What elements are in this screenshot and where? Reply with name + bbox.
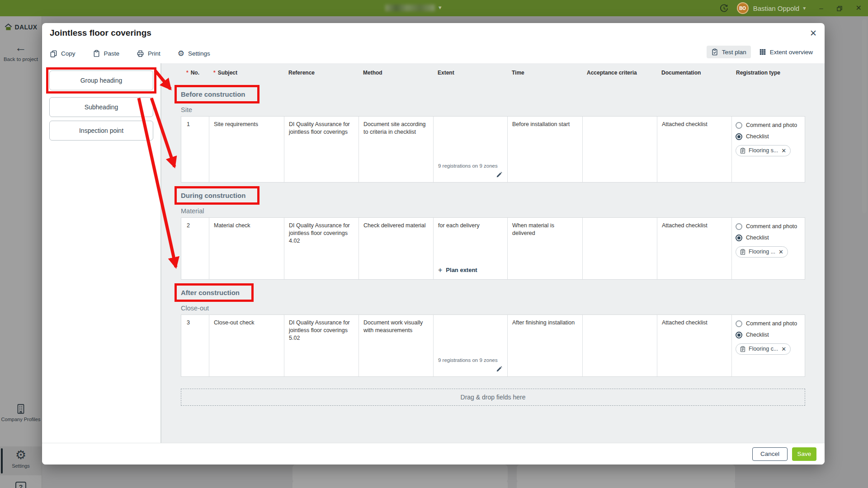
- field-palette: Group heading Subheading Inspection poin…: [42, 63, 160, 443]
- cell-documentation[interactable]: Attached checklist: [657, 315, 732, 376]
- print-button[interactable]: Print: [137, 50, 160, 57]
- drag-drop-zone[interactable]: Drag & drop fields here: [181, 389, 805, 406]
- radio-selected-icon: [736, 235, 742, 241]
- cell-no[interactable]: 3: [181, 315, 209, 376]
- cancel-button[interactable]: Cancel: [752, 447, 788, 461]
- annotation-box-before-construction: Before construction: [175, 85, 259, 103]
- remove-chip-icon[interactable]: ✕: [781, 345, 786, 353]
- cell-method[interactable]: Check delivered material: [359, 218, 434, 279]
- tab-test-plan[interactable]: Test plan: [707, 46, 751, 58]
- settings-label: Settings: [188, 50, 210, 57]
- avatar-initials: BO: [739, 6, 746, 11]
- edit-extent-button[interactable]: [496, 171, 503, 178]
- modal-toolbar: Copy Paste Print ⚙ Settings: [50, 47, 210, 60]
- gear-icon: ⚙: [178, 50, 184, 57]
- table-row: 1 Site requirements DI Quality Assurance…: [181, 116, 805, 183]
- plan-extent-button[interactable]: + Plan extent: [438, 265, 503, 275]
- test-plan-label: Test plan: [722, 49, 746, 56]
- cell-time[interactable]: When material is delivered: [508, 218, 583, 279]
- paste-button[interactable]: Paste: [93, 50, 120, 57]
- cell-reference[interactable]: DI Quality Assurance for jointless floor…: [284, 218, 359, 279]
- remove-chip-icon[interactable]: ✕: [781, 147, 786, 155]
- column-registration-type: Registration type: [731, 70, 805, 78]
- group-heading[interactable]: Before construction: [181, 90, 245, 98]
- checklist-chip[interactable]: Flooring ... ✕: [736, 246, 788, 258]
- palette-inspection-point[interactable]: Inspection point: [49, 121, 153, 141]
- test-plan-table: *No. *Subject Reference Method Extent Ti…: [160, 63, 825, 443]
- cell-no[interactable]: 2: [181, 218, 209, 279]
- radio-icon: [736, 320, 742, 327]
- palette-subheading[interactable]: Subheading: [49, 97, 153, 117]
- minimize-button[interactable]: –: [819, 0, 823, 16]
- paste-label: Paste: [104, 50, 120, 57]
- save-button[interactable]: Save: [792, 447, 816, 461]
- radio-comment-and-photo[interactable]: Comment and photo: [736, 320, 802, 328]
- column-extent: Extent: [433, 70, 507, 78]
- column-time: Time: [507, 70, 582, 78]
- radio-comment-and-photo[interactable]: Comment and photo: [736, 223, 802, 230]
- subheading[interactable]: Close-out: [181, 303, 825, 313]
- cell-extent[interactable]: for each delivery + Plan extent: [434, 218, 508, 279]
- remove-chip-icon[interactable]: ✕: [778, 248, 783, 256]
- cell-extent[interactable]: 9 registrations on 9 zones: [434, 117, 508, 182]
- subheading[interactable]: Site: [181, 105, 825, 115]
- user-menu-chevron-down-icon[interactable]: ▾: [803, 5, 806, 11]
- group-heading[interactable]: During construction: [181, 192, 245, 199]
- cell-documentation[interactable]: Attached checklist: [657, 218, 732, 279]
- print-label: Print: [148, 50, 160, 57]
- cell-reference[interactable]: DI Quality Assurance for jointless floor…: [284, 117, 359, 182]
- pencil-icon: [496, 171, 503, 178]
- clipboard-icon: [740, 249, 745, 255]
- cell-time[interactable]: Before installation start: [508, 117, 583, 182]
- paste-icon: [93, 50, 100, 57]
- edit-extent-button[interactable]: [496, 366, 503, 372]
- annotation-box-after-construction: After construction: [175, 283, 254, 302]
- copy-button[interactable]: Copy: [50, 50, 75, 57]
- modal-title: Jointless floor coverings: [50, 28, 151, 38]
- group-heading[interactable]: After construction: [181, 289, 240, 296]
- grid-icon: [759, 48, 766, 56]
- cell-registration-type: Comment and photo Checklist Flooring c..…: [732, 315, 806, 376]
- column-reference: Reference: [284, 70, 359, 78]
- radio-checklist[interactable]: Checklist: [736, 234, 802, 242]
- cell-documentation[interactable]: Attached checklist: [657, 117, 732, 182]
- cell-acceptance-criteria[interactable]: [583, 117, 657, 182]
- palette-group-heading[interactable]: Group heading: [49, 70, 153, 90]
- app-topbar: ▾ BO Bastian Oppold ▾ – ✕: [0, 0, 868, 16]
- checklist-chip[interactable]: Flooring c... ✕: [736, 343, 791, 355]
- cell-method[interactable]: Document site according to criteria in c…: [359, 117, 434, 182]
- radio-comment-and-photo[interactable]: Comment and photo: [736, 122, 802, 129]
- cell-subject[interactable]: Close-out check: [209, 315, 284, 376]
- cell-reference[interactable]: DI Quality Assurance for jointless floor…: [284, 315, 359, 376]
- project-chevron-down-icon[interactable]: ▾: [439, 4, 442, 11]
- cell-acceptance-criteria[interactable]: [583, 218, 657, 279]
- radio-icon: [736, 122, 742, 129]
- radio-checklist[interactable]: Checklist: [736, 133, 802, 141]
- subheading[interactable]: Material: [181, 206, 825, 216]
- avatar[interactable]: BO: [737, 2, 749, 14]
- extent-registrations-note: 9 registrations on 9 zones: [438, 357, 503, 364]
- user-name[interactable]: Bastian Oppold: [753, 5, 800, 12]
- clipboard-icon: [740, 346, 745, 352]
- close-window-icon[interactable]: ✕: [856, 0, 862, 16]
- cell-method[interactable]: Document work visually with measurements: [359, 315, 434, 376]
- tab-extent-overview[interactable]: Extent overview: [755, 46, 817, 58]
- radio-checklist[interactable]: Checklist: [736, 331, 802, 339]
- extent-registrations-note: 9 registrations on 9 zones: [438, 163, 503, 170]
- cell-subject[interactable]: Site requirements: [209, 117, 284, 182]
- cell-no[interactable]: 1: [181, 117, 209, 182]
- column-method: Method: [359, 70, 433, 78]
- cell-subject[interactable]: Material check: [209, 218, 284, 279]
- settings-button[interactable]: ⚙ Settings: [178, 50, 210, 57]
- restore-button[interactable]: [837, 0, 842, 16]
- close-modal-icon[interactable]: ✕: [810, 28, 817, 38]
- column-no: *No.: [181, 70, 209, 78]
- cell-acceptance-criteria[interactable]: [583, 315, 657, 376]
- view-switcher: Test plan Extent overview: [707, 46, 817, 58]
- radio-selected-icon: [736, 133, 742, 140]
- cell-extent[interactable]: 9 registrations on 9 zones: [434, 315, 508, 376]
- column-acceptance-criteria: Acceptance criteria: [582, 70, 657, 78]
- cell-time[interactable]: After finishing installation: [508, 315, 583, 376]
- history-icon[interactable]: [719, 4, 729, 13]
- checklist-chip[interactable]: Flooring s... ✕: [736, 145, 791, 157]
